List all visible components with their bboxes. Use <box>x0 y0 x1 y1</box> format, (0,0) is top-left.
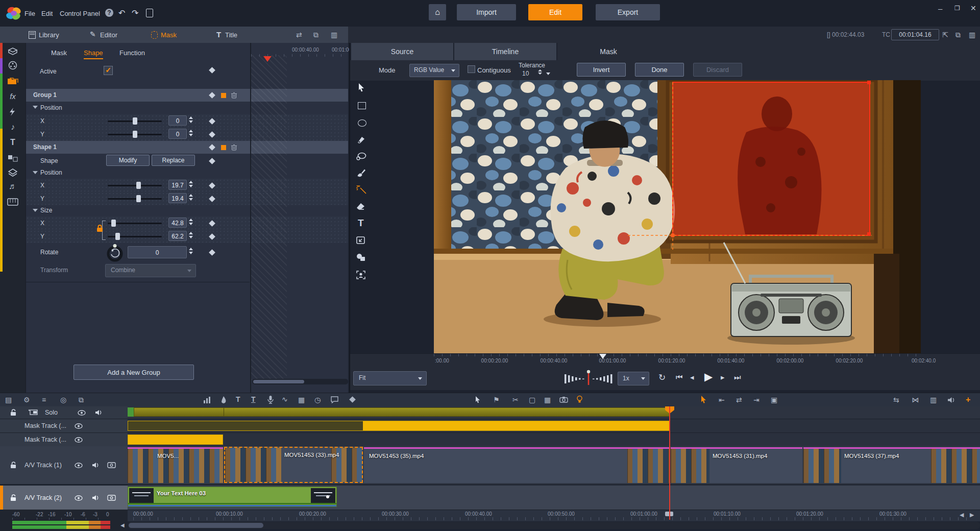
import-button[interactable]: Import <box>457 4 516 20</box>
swap-panels-icon[interactable]: ⇄ <box>296 31 302 39</box>
ink-drop-icon[interactable] <box>220 396 227 404</box>
replace-button[interactable]: Replace <box>152 155 195 166</box>
av2-lane[interactable]: Your Text Here 03 <box>128 486 980 510</box>
export-button[interactable]: Export <box>596 4 660 20</box>
menu-edit[interactable]: Edit <box>41 10 53 17</box>
collapse-arrow-icon[interactable] <box>33 209 38 212</box>
swap-tracks-icon[interactable]: ⇆ <box>893 396 899 404</box>
prev-frame-icon[interactable]: ◂ <box>690 373 694 382</box>
undo-icon[interactable]: ↶ <box>118 8 125 18</box>
eye-icon[interactable] <box>75 423 83 429</box>
next-frame-icon[interactable]: ▸ <box>721 373 725 382</box>
text-clip[interactable]: Your Text Here 03 <box>128 487 337 507</box>
target-icon[interactable]: ◎ <box>60 396 66 404</box>
menu-file[interactable]: File <box>24 10 35 17</box>
modify-button[interactable]: Modify <box>106 155 150 166</box>
group-y-slider-thumb[interactable] <box>133 131 137 138</box>
group1-keyframe-icon[interactable] <box>209 92 215 99</box>
snapshot-camera-icon[interactable] <box>559 396 568 403</box>
scrollbar-left-arrow-icon[interactable]: ◀ <box>120 522 125 528</box>
popout-panel-icon[interactable]: ⧉ <box>313 31 318 39</box>
tab-editor[interactable]: Editor <box>100 31 117 39</box>
menu-control-panel[interactable]: Control Panel <box>60 10 100 17</box>
group-y-value[interactable]: 0 <box>168 129 187 139</box>
shape-y-stepper[interactable] <box>189 194 193 201</box>
keyboard-icon[interactable] <box>0 198 26 206</box>
timeline-settings-icon[interactable]: ▤ <box>5 396 12 404</box>
redo-icon[interactable]: ↷ <box>132 8 138 18</box>
split-view-icon[interactable]: ▥ <box>969 31 975 39</box>
collapse-arrow-icon[interactable] <box>33 106 38 109</box>
ruler-scroll-right-icon[interactable]: ▶ <box>970 512 974 518</box>
monitor-tab-mask[interactable]: Mask <box>557 43 659 60</box>
popout-monitor-icon[interactable]: ⇱ <box>942 31 948 39</box>
title-tool-icon[interactable]: T <box>236 395 240 403</box>
mask1-clip[interactable] <box>128 421 670 431</box>
clip-mov5[interactable]: MOV5... <box>128 447 223 483</box>
dual-view-icon[interactable]: ▥ <box>331 31 337 39</box>
shapes-tool-icon[interactable] <box>356 253 365 261</box>
clock-icon[interactable]: ◷ <box>314 396 321 404</box>
tab-library[interactable]: Library <box>39 31 59 39</box>
split-clip-icon[interactable]: ✂ <box>512 396 519 404</box>
group-y-keyframe-icon[interactable] <box>209 131 215 138</box>
mask2-clip[interactable] <box>128 435 223 445</box>
shape1-delete-icon[interactable] <box>231 144 237 151</box>
help-icon[interactable]: ? <box>105 9 113 17</box>
zoom-fit-dropdown[interactable]: Fit <box>353 371 427 385</box>
clip-mov51453-33[interactable]: MOV51453 (33).mp4 <box>224 447 363 483</box>
pen-tool-icon[interactable] <box>357 136 366 144</box>
loop-icon[interactable]: ↻ <box>658 372 666 383</box>
shape-y-slider[interactable] <box>108 198 162 200</box>
group-y-stepper[interactable] <box>189 130 193 136</box>
shape1-color-swatch[interactable] <box>221 145 226 150</box>
track-header-av1[interactable]: A/V Track (1) <box>0 446 128 485</box>
mask1-lane[interactable] <box>128 419 980 433</box>
invert-button[interactable]: Invert <box>577 63 626 77</box>
active-checkbox[interactable]: ✓ <box>104 66 113 75</box>
mixer-icon[interactable]: ≡ <box>42 396 46 404</box>
shape-x-value[interactable]: 19.7 <box>168 180 187 190</box>
size-y-slider-thumb[interactable] <box>115 233 120 240</box>
render-bulb-icon[interactable] <box>577 395 582 403</box>
group-x-stepper[interactable] <box>189 116 193 123</box>
home-button[interactable]: ⌂ <box>429 4 446 20</box>
thumbnail-view-icon[interactable] <box>107 495 116 501</box>
tolerance-dropdown-arrow-icon[interactable] <box>546 73 550 75</box>
track-header-solo[interactable]: Solo <box>0 406 128 419</box>
overwrite-mode-icon[interactable]: ▣ <box>771 396 777 404</box>
flash-icon[interactable] <box>0 107 26 116</box>
clip-mov51453-35[interactable]: MOV51453 (35).mp4 <box>364 447 669 483</box>
kf-playhead-marker[interactable] <box>263 56 272 62</box>
go-end-icon[interactable]: ⏭ <box>734 373 741 382</box>
rotate-stepper[interactable] <box>189 248 193 254</box>
monitor-tab-source[interactable]: Source <box>351 43 453 60</box>
clip-mov51453-37[interactable]: MOV51453 (37).mp4 <box>803 447 980 483</box>
audio-chart-icon[interactable] <box>203 396 211 403</box>
subtitle-tool-icon[interactable]: T <box>251 395 256 403</box>
frame-box-icon[interactable]: ▢ <box>529 396 535 404</box>
timeline-playhead-line[interactable] <box>669 406 670 520</box>
size-x-stepper[interactable] <box>189 219 193 225</box>
edit-cursor-icon[interactable] <box>700 395 707 403</box>
kf-scrollbar[interactable] <box>252 379 348 384</box>
add-new-group-button[interactable]: Add a New Group <box>74 365 194 380</box>
eye-icon[interactable] <box>75 495 83 501</box>
magic-wand-tool-icon[interactable] <box>356 185 366 195</box>
audio-speaker-icon[interactable] <box>947 397 955 403</box>
masktab-mask[interactable]: Mask <box>51 49 67 57</box>
edit-button[interactable]: Edit <box>528 4 582 20</box>
shape-x-slider[interactable] <box>108 185 162 186</box>
group-x-slider[interactable] <box>108 120 162 122</box>
size-y-value[interactable]: 62.2 <box>168 231 187 241</box>
rotate-value[interactable]: 0 <box>128 246 187 258</box>
film-reel-icon[interactable] <box>0 61 26 70</box>
size-header[interactable]: Size <box>26 205 250 216</box>
voiceover-mic-icon[interactable] <box>267 395 274 404</box>
tab-title[interactable]: Title <box>225 31 237 39</box>
shape1-keyframe-icon[interactable] <box>209 144 215 151</box>
masktab-function[interactable]: Function <box>119 49 145 57</box>
shape-y-slider-thumb[interactable] <box>136 195 141 202</box>
contiguous-checkbox[interactable] <box>468 65 475 73</box>
media-bin-icon[interactable] <box>0 46 26 55</box>
